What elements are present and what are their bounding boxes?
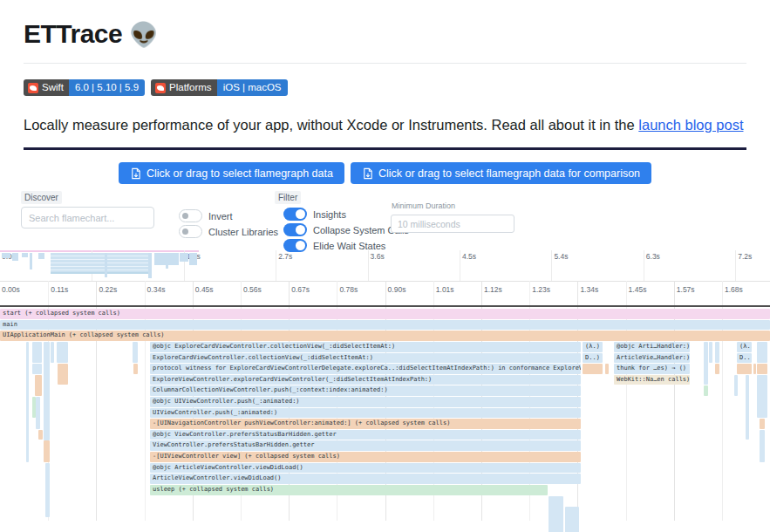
toggle-cluster-libraries: Cluster Libraries: [179, 225, 278, 238]
flamegraph-frame[interactable]: @objc UIViewController.push(_:animated:): [150, 397, 581, 407]
minimum-duration-input[interactable]: [391, 215, 514, 233]
flamegraph-frame[interactable]: [565, 507, 579, 532]
launch-blog-post-link[interactable]: launch blog post: [638, 117, 743, 133]
flamegraph-frame[interactable]: ExploreViewController.exploreCardViewCon…: [150, 375, 581, 385]
flamegraph-frame[interactable]: [32, 342, 42, 363]
flamegraph[interactable]: 0.0s0.9s1.8s2.7s3.6s4.5s5.4s6.3s7.2s0.00…: [0, 250, 770, 532]
flamegraph-frame[interactable]: [583, 364, 603, 374]
filter-section-label: Filter: [275, 191, 301, 204]
flamegraph-frame[interactable]: [746, 375, 749, 440]
overview-silhouette-block[interactable]: [12, 253, 18, 261]
flamegraph-frame[interactable]: [757, 342, 767, 363]
flamegraph-frame[interactable]: [133, 364, 138, 374]
flamegraph-frame[interactable]: start (+ collapsed system calls): [0, 309, 770, 319]
flamegraph-frame[interactable]: [44, 440, 50, 461]
flamegraph-frame[interactable]: ArticleVie…Handler:): [614, 353, 690, 364]
toggle-label: Cluster Libraries: [208, 227, 278, 237]
button-label: Click or drag to select flamegraph data: [147, 167, 333, 180]
flamegraph-frame[interactable]: [32, 364, 42, 374]
badge-value: 6.0 | 5.10 | 5.9: [69, 79, 145, 96]
flamegraph-frame[interactable]: [51, 342, 54, 363]
flamegraph-frame[interactable]: main: [0, 320, 770, 331]
select-flamegraph-comparison-button[interactable]: Click or drag to select flamegraph data …: [351, 162, 651, 184]
flamegraph-frame[interactable]: [704, 385, 708, 396]
flamegraph-frame[interactable]: [35, 375, 42, 396]
flamegraph-frame[interactable]: ArticleViewController.viewDidLoad(): [150, 474, 581, 484]
flamegraph-frame[interactable]: [58, 364, 68, 385]
detail-tick-label: 1.12s: [484, 285, 502, 294]
flamegraph-frame[interactable]: [760, 419, 765, 429]
overview-tick-label: 6.3s: [646, 252, 660, 261]
overview-silhouette-block[interactable]: [180, 253, 188, 262]
flamegraph-frame[interactable]: UIViewController.push(_:animated:): [150, 408, 581, 419]
overview-silhouette-block[interactable]: [2, 253, 10, 258]
overview-silhouette-block[interactable]: [22, 253, 28, 257]
flamegraph-frame[interactable]: [549, 496, 563, 532]
overview-silhouette-block[interactable]: [38, 253, 44, 259]
flamegraph-frame[interactable]: [715, 364, 719, 374]
toggle-label: Insights: [313, 209, 346, 220]
flamegraph-frame[interactable]: -[UINavigationController pushViewControl…: [150, 419, 581, 429]
search-input[interactable]: [21, 207, 154, 228]
toggle-switch[interactable]: [283, 208, 307, 221]
flamegraph-frame[interactable]: [709, 342, 712, 363]
detail-tick-label: 1.23s: [532, 285, 550, 294]
flamegraph-frame[interactable]: [44, 342, 50, 440]
detail-axis-baseline: [0, 305, 770, 307]
file-select-buttons: Click or drag to select flamegraph data …: [0, 162, 770, 184]
flamegraph-frame[interactable]: @objc ViewController.prefersStatusBarHid…: [150, 430, 581, 440]
overview-gridline: [460, 250, 460, 281]
flamegraph-frame[interactable]: [38, 430, 43, 440]
toggle-knob: [296, 209, 305, 219]
page-title-text: ETTrace: [24, 19, 122, 48]
flamegraph-frame[interactable]: [760, 430, 765, 462]
flamegraph-frame[interactable]: (λ.): [583, 342, 603, 352]
flamegraph-frame[interactable]: [737, 364, 752, 374]
flamegraph-frame[interactable]: @objc Arti…Handler:): [614, 342, 690, 352]
intro-paragraph: Locally measure performance of your app,…: [24, 117, 743, 133]
overview-silhouette-block[interactable]: [189, 253, 197, 265]
flamegraph-frame[interactable]: [734, 375, 738, 396]
overview-silhouette-block[interactable]: [51, 253, 151, 274]
flamegraph-frame[interactable]: @objc ExploreCardViewController.collecti…: [150, 342, 581, 352]
select-flamegraph-data-button[interactable]: Click or drag to select flamegraph data: [119, 162, 344, 184]
toggle-switch[interactable]: [179, 209, 202, 222]
detail-tick-label: 0.78s: [339, 285, 358, 294]
flamegraph-frame[interactable]: ViewController.prefersStatusBarHidden.ge…: [150, 440, 581, 451]
flamegraph-frame[interactable]: [757, 364, 767, 374]
toggle-knob: [181, 227, 190, 236]
detail-tick-label: 1.45s: [629, 285, 647, 294]
flamegraph-frame[interactable]: [133, 342, 138, 363]
flamegraph-frame[interactable]: [757, 375, 767, 419]
flamegraph-frame[interactable]: [715, 342, 719, 363]
flamegraph-frame[interactable]: [57, 342, 68, 363]
flamegraph-frame[interactable]: -[UIViewController view] (+ collapsed sy…: [150, 452, 581, 462]
overview-silhouette-block[interactable]: [148, 253, 152, 278]
overview-silhouette-block[interactable]: [105, 253, 107, 277]
flamegraph-frame[interactable]: ExploreCardViewController.collectionView…: [150, 353, 581, 364]
overview-silhouette-block[interactable]: [166, 253, 168, 269]
overview-gridline: [644, 250, 644, 281]
flamegraph-frame[interactable]: protocol witness for ExploreCardViewCont…: [150, 364, 581, 374]
toggle-switch[interactable]: [179, 225, 202, 238]
flamegraph-frame[interactable]: [704, 342, 708, 385]
overview-silhouette-block[interactable]: [30, 253, 32, 269]
detail-tick-label: 0.90s: [388, 285, 406, 294]
flamegraph-frame[interactable]: D..): [583, 353, 603, 364]
flamegraph-frame[interactable]: ColumnarCollectionViewController.push(_:…: [150, 385, 581, 396]
flamegraph-frame[interactable]: [605, 364, 609, 374]
flamegraph-frame[interactable]: [45, 463, 50, 517]
toggle-switch[interactable]: [283, 223, 307, 236]
flamegraph-frame[interactable]: [26, 342, 29, 462]
flamegraph-frame[interactable]: D..: [737, 353, 752, 364]
flamegraph-frame[interactable]: [753, 364, 756, 374]
file-icon: [362, 167, 373, 180]
flamegraph-frame[interactable]: thunk for …es) → (): [614, 364, 690, 374]
view-toggles: InvertCluster Libraries: [179, 209, 278, 238]
flamegraph-frame[interactable]: [36, 397, 40, 429]
flamegraph-frame[interactable]: UIApplicationMain (+ collapsed system ca…: [0, 331, 770, 341]
flamegraph-frame[interactable]: WebKit::Na…en calls): [614, 375, 690, 385]
flamegraph-frame[interactable]: usleep (+ collapsed system calls): [150, 485, 548, 495]
flamegraph-frame[interactable]: @objc ArticleViewController.viewDidLoad(…: [150, 463, 581, 474]
flamegraph-frame[interactable]: (λ..: [737, 342, 752, 352]
